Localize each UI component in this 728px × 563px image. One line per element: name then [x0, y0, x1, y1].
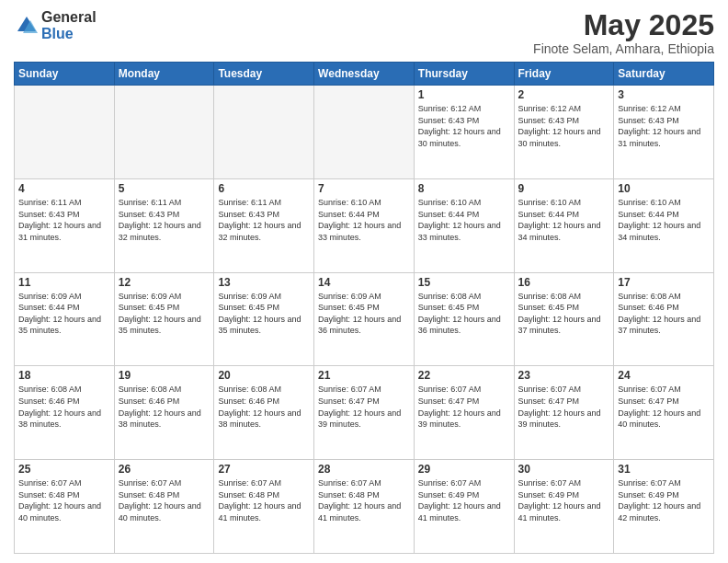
- calendar-header-saturday: Saturday: [614, 63, 714, 86]
- day-info: Sunrise: 6:07 AMSunset: 6:47 PMDaylight:…: [618, 384, 710, 430]
- day-info: Sunrise: 6:10 AMSunset: 6:44 PMDaylight:…: [518, 197, 610, 243]
- day-info: Sunrise: 6:07 AMSunset: 6:47 PMDaylight:…: [518, 384, 610, 430]
- day-number: 19: [119, 369, 210, 382]
- day-number: 1: [418, 88, 510, 101]
- day-info: Sunrise: 6:07 AMSunset: 6:49 PMDaylight:…: [418, 477, 510, 523]
- day-number: 6: [218, 182, 310, 195]
- day-info: Sunrise: 6:08 AMSunset: 6:45 PMDaylight:…: [518, 291, 610, 337]
- day-number: 26: [119, 463, 210, 476]
- day-number: 4: [18, 182, 110, 195]
- day-info: Sunrise: 6:08 AMSunset: 6:46 PMDaylight:…: [218, 384, 310, 430]
- day-number: 2: [518, 88, 610, 101]
- calendar-cell: 12Sunrise: 6:09 AMSunset: 6:45 PMDayligh…: [114, 272, 214, 366]
- calendar-cell: 4Sunrise: 6:11 AMSunset: 6:43 PMDaylight…: [15, 178, 115, 272]
- day-info: Sunrise: 6:10 AMSunset: 6:44 PMDaylight:…: [418, 197, 510, 243]
- day-number: 13: [218, 276, 310, 289]
- day-number: 24: [618, 369, 710, 382]
- calendar-cell: [314, 86, 415, 179]
- day-info: Sunrise: 6:09 AMSunset: 6:45 PMDaylight:…: [318, 291, 410, 337]
- calendar-cell: 30Sunrise: 6:07 AMSunset: 6:49 PMDayligh…: [514, 460, 614, 554]
- calendar-cell: 20Sunrise: 6:08 AMSunset: 6:46 PMDayligh…: [214, 366, 314, 460]
- day-number: 23: [518, 369, 610, 382]
- day-number: 27: [218, 463, 310, 476]
- day-info: Sunrise: 6:07 AMSunset: 6:48 PMDaylight:…: [119, 477, 210, 523]
- day-info: Sunrise: 6:10 AMSunset: 6:44 PMDaylight:…: [318, 197, 410, 243]
- calendar-week-4: 18Sunrise: 6:08 AMSunset: 6:46 PMDayligh…: [15, 366, 714, 460]
- logo-icon: [14, 13, 40, 39]
- calendar-cell: [15, 86, 115, 179]
- day-number: 30: [518, 463, 610, 476]
- day-number: 22: [418, 369, 510, 382]
- day-number: 12: [119, 276, 210, 289]
- calendar-cell: 14Sunrise: 6:09 AMSunset: 6:45 PMDayligh…: [314, 272, 415, 366]
- day-number: 9: [518, 182, 610, 195]
- day-info: Sunrise: 6:07 AMSunset: 6:49 PMDaylight:…: [618, 477, 710, 523]
- calendar-cell: 24Sunrise: 6:07 AMSunset: 6:47 PMDayligh…: [614, 366, 714, 460]
- day-number: 25: [18, 463, 110, 476]
- day-info: Sunrise: 6:09 AMSunset: 6:44 PMDaylight:…: [18, 291, 110, 337]
- calendar-cell: 10Sunrise: 6:10 AMSunset: 6:44 PMDayligh…: [614, 178, 714, 272]
- calendar-cell: 2Sunrise: 6:12 AMSunset: 6:43 PMDaylight…: [514, 86, 614, 179]
- day-number: 29: [418, 463, 510, 476]
- calendar-cell: 1Sunrise: 6:12 AMSunset: 6:43 PMDaylight…: [414, 86, 514, 179]
- calendar-header-tuesday: Tuesday: [214, 63, 314, 86]
- day-info: Sunrise: 6:07 AMSunset: 6:48 PMDaylight:…: [318, 477, 410, 523]
- logo-blue: Blue: [41, 26, 97, 42]
- day-info: Sunrise: 6:08 AMSunset: 6:46 PMDaylight:…: [618, 291, 710, 337]
- calendar-week-1: 1Sunrise: 6:12 AMSunset: 6:43 PMDaylight…: [15, 86, 714, 179]
- day-number: 11: [18, 276, 110, 289]
- logo: General Blue: [14, 9, 97, 41]
- calendar-cell: 11Sunrise: 6:09 AMSunset: 6:44 PMDayligh…: [15, 272, 115, 366]
- day-info: Sunrise: 6:10 AMSunset: 6:44 PMDaylight:…: [618, 197, 710, 243]
- day-info: Sunrise: 6:07 AMSunset: 6:47 PMDaylight:…: [318, 384, 410, 430]
- day-number: 20: [218, 369, 310, 382]
- title-block: May 2025 Finote Selam, Amhara, Ethiopia: [533, 9, 714, 56]
- calendar-cell: 28Sunrise: 6:07 AMSunset: 6:48 PMDayligh…: [314, 460, 415, 554]
- day-number: 8: [418, 182, 510, 195]
- day-number: 10: [618, 182, 710, 195]
- calendar-header-thursday: Thursday: [414, 63, 514, 86]
- day-info: Sunrise: 6:08 AMSunset: 6:46 PMDaylight:…: [119, 384, 210, 430]
- calendar-cell: 6Sunrise: 6:11 AMSunset: 6:43 PMDaylight…: [214, 178, 314, 272]
- calendar-cell: 13Sunrise: 6:09 AMSunset: 6:45 PMDayligh…: [214, 272, 314, 366]
- day-number: 7: [318, 182, 410, 195]
- day-info: Sunrise: 6:07 AMSunset: 6:47 PMDaylight:…: [418, 384, 510, 430]
- day-number: 15: [418, 276, 510, 289]
- day-info: Sunrise: 6:11 AMSunset: 6:43 PMDaylight:…: [218, 197, 310, 243]
- calendar-cell: 23Sunrise: 6:07 AMSunset: 6:47 PMDayligh…: [514, 366, 614, 460]
- day-info: Sunrise: 6:09 AMSunset: 6:45 PMDaylight:…: [119, 291, 210, 337]
- day-number: 31: [618, 463, 710, 476]
- day-number: 21: [318, 369, 410, 382]
- day-number: 28: [318, 463, 410, 476]
- calendar-cell: 29Sunrise: 6:07 AMSunset: 6:49 PMDayligh…: [414, 460, 514, 554]
- calendar-cell: 16Sunrise: 6:08 AMSunset: 6:45 PMDayligh…: [514, 272, 614, 366]
- calendar-header-wednesday: Wednesday: [314, 63, 415, 86]
- day-info: Sunrise: 6:12 AMSunset: 6:43 PMDaylight:…: [518, 103, 610, 149]
- day-number: 14: [318, 276, 410, 289]
- day-info: Sunrise: 6:12 AMSunset: 6:43 PMDaylight:…: [618, 103, 710, 149]
- day-info: Sunrise: 6:07 AMSunset: 6:49 PMDaylight:…: [518, 477, 610, 523]
- page: General Blue May 2025 Finote Selam, Amha…: [0, 0, 728, 563]
- day-info: Sunrise: 6:12 AMSunset: 6:43 PMDaylight:…: [418, 103, 510, 149]
- day-info: Sunrise: 6:07 AMSunset: 6:48 PMDaylight:…: [18, 477, 110, 523]
- calendar-cell: 7Sunrise: 6:10 AMSunset: 6:44 PMDaylight…: [314, 178, 415, 272]
- day-info: Sunrise: 6:07 AMSunset: 6:48 PMDaylight:…: [218, 477, 310, 523]
- location-subtitle: Finote Selam, Amhara, Ethiopia: [533, 41, 714, 56]
- logo-general: General: [41, 9, 97, 26]
- logo-text: General Blue: [41, 9, 97, 41]
- day-number: 17: [618, 276, 710, 289]
- calendar-cell: 8Sunrise: 6:10 AMSunset: 6:44 PMDaylight…: [414, 178, 514, 272]
- calendar-cell: 15Sunrise: 6:08 AMSunset: 6:45 PMDayligh…: [414, 272, 514, 366]
- header: General Blue May 2025 Finote Selam, Amha…: [14, 9, 714, 56]
- calendar-header-sunday: Sunday: [15, 63, 115, 86]
- calendar-cell: 9Sunrise: 6:10 AMSunset: 6:44 PMDaylight…: [514, 178, 614, 272]
- day-info: Sunrise: 6:11 AMSunset: 6:43 PMDaylight:…: [18, 197, 110, 243]
- calendar-week-5: 25Sunrise: 6:07 AMSunset: 6:48 PMDayligh…: [15, 460, 714, 554]
- calendar-cell: 21Sunrise: 6:07 AMSunset: 6:47 PMDayligh…: [314, 366, 415, 460]
- day-info: Sunrise: 6:09 AMSunset: 6:45 PMDaylight:…: [218, 291, 310, 337]
- calendar-header-friday: Friday: [514, 63, 614, 86]
- day-number: 3: [618, 88, 710, 101]
- calendar-cell: 27Sunrise: 6:07 AMSunset: 6:48 PMDayligh…: [214, 460, 314, 554]
- calendar-header-monday: Monday: [114, 63, 214, 86]
- day-info: Sunrise: 6:08 AMSunset: 6:46 PMDaylight:…: [18, 384, 110, 430]
